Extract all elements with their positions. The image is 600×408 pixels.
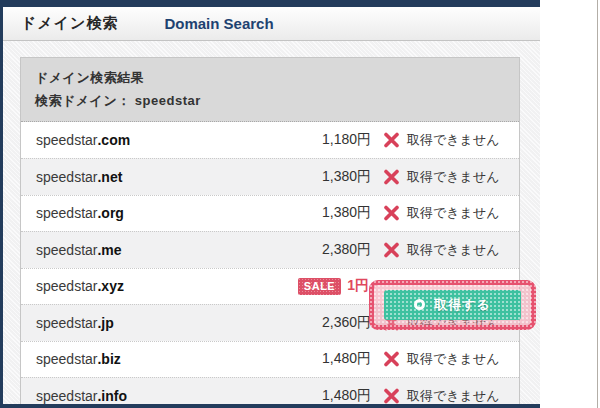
- sale-price: 1円: [347, 277, 369, 295]
- domain-tld: .me: [97, 242, 121, 258]
- domain-name: speedstar.jp: [36, 315, 114, 331]
- x-icon: [383, 132, 400, 148]
- domain-row: speedstar.me2,380円取得できません: [21, 231, 519, 268]
- domain-base: speedstar: [36, 169, 97, 185]
- domain-base: speedstar: [36, 388, 97, 404]
- circle-icon: [414, 299, 425, 310]
- domain-price: 1,380円: [287, 204, 371, 222]
- status-label: 取得できません: [407, 387, 500, 405]
- domain-tld: .net: [97, 169, 122, 185]
- domain-row: speedstar.com1,180円取得できません: [21, 122, 519, 159]
- row-right-cell: 1,480円取得できません: [287, 350, 511, 368]
- acquire-button-label: 取得する: [434, 296, 491, 314]
- domain-price: 1,480円: [287, 350, 371, 368]
- page-title-en: Domain Search: [164, 15, 273, 32]
- domain-tld: .org: [97, 205, 123, 221]
- domain-base: speedstar: [36, 242, 97, 258]
- row-right-cell: 1,180円取得できません: [287, 131, 511, 149]
- domain-base: speedstar: [36, 278, 97, 294]
- domain-price: 2,380円: [287, 241, 371, 259]
- status-label: 取得できません: [407, 131, 500, 149]
- domain-row: speedstar.org1,380円取得できません: [21, 195, 519, 232]
- domain-name: speedstar.xyz: [36, 278, 124, 294]
- domain-name: speedstar.org: [36, 205, 124, 221]
- domain-row: speedstar.biz1,480円取得できません: [21, 341, 519, 378]
- domain-rows: speedstar.com1,180円取得できませんspeedstar.net1…: [21, 122, 519, 408]
- window-left-bar: [0, 0, 3, 408]
- domain-tld: .com: [97, 132, 130, 148]
- row-right-cell: 1,480円取得できません: [287, 387, 511, 405]
- domain-tld: .biz: [97, 351, 120, 367]
- domain-base: speedstar: [36, 205, 97, 221]
- query-label: 検索ドメイン：: [35, 93, 131, 108]
- page-title-jp: ドメイン検索: [21, 14, 118, 33]
- search-results-table: ドメイン検索結果 検索ドメイン： speedstar speedstar.com…: [20, 57, 520, 408]
- status-unavailable: 取得できません: [383, 241, 511, 259]
- x-icon: [383, 169, 400, 185]
- domain-row: speedstar.net1,380円取得できません: [21, 158, 519, 195]
- domain-name: speedstar.biz: [36, 351, 121, 367]
- domain-name: speedstar.info: [36, 388, 127, 404]
- x-icon: [383, 388, 400, 404]
- status-unavailable: 取得できません: [383, 350, 511, 368]
- domain-price: 1,480円: [287, 387, 371, 405]
- sale-badge: SALE: [298, 278, 341, 295]
- window-top-bar: [0, 0, 540, 7]
- domain-search-panel: ドメイン検索 Domain Search ドメイン検索結果 検索ドメイン： sp…: [0, 0, 540, 408]
- status-unavailable: 取得できません: [383, 168, 511, 186]
- domain-tld: .xyz: [97, 278, 123, 294]
- results-heading: ドメイン検索結果: [35, 67, 505, 90]
- window-bottom-bar: [0, 404, 540, 408]
- domain-base: speedstar: [36, 351, 97, 367]
- x-icon: [383, 351, 400, 367]
- acquire-button[interactable]: 取得する: [384, 290, 521, 320]
- domain-tld: .info: [97, 388, 127, 404]
- domain-price: 1,380円: [287, 168, 371, 186]
- row-right-cell: 2,380円取得できません: [287, 241, 511, 259]
- status-unavailable: 取得できません: [383, 131, 511, 149]
- window-right-edge: [597, 0, 598, 408]
- domain-row: speedstar.xyzSALE1円取得する: [21, 268, 519, 305]
- domain-name: speedstar.net: [36, 169, 122, 185]
- page-header: ドメイン検索 Domain Search: [0, 7, 540, 41]
- row-right-cell: SALE1円取得する: [298, 277, 511, 295]
- x-icon: [383, 242, 400, 258]
- status-label: 取得できません: [407, 350, 500, 368]
- status-unavailable: 取得できません: [383, 387, 511, 405]
- domain-tld: .jp: [97, 315, 113, 331]
- domain-base: speedstar: [36, 315, 97, 331]
- status-unavailable: 取得できません: [383, 204, 511, 222]
- status-label: 取得できません: [407, 241, 500, 259]
- domain-base: speedstar: [36, 132, 97, 148]
- highlight-annotation: 取得する: [369, 280, 536, 330]
- results-table-header: ドメイン検索結果 検索ドメイン： speedstar: [21, 58, 519, 122]
- domain-name: speedstar.me: [36, 242, 122, 258]
- results-query-line: 検索ドメイン： speedstar: [35, 90, 505, 113]
- domain-name: speedstar.com: [36, 132, 130, 148]
- status-label: 取得できません: [407, 168, 500, 186]
- status-label: 取得できません: [407, 204, 500, 222]
- domain-price: 2,360円: [287, 314, 371, 332]
- x-icon: [383, 205, 400, 221]
- row-right-cell: 1,380円取得できません: [287, 168, 511, 186]
- query-value: speedstar: [135, 93, 201, 108]
- domain-price: 1,180円: [287, 131, 371, 149]
- row-right-cell: 1,380円取得できません: [287, 204, 511, 222]
